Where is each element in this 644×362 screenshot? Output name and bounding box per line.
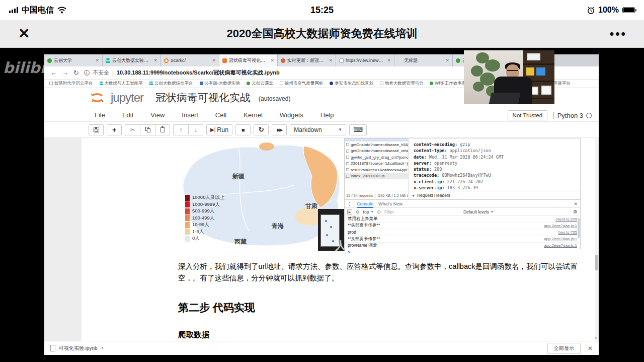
source-link[interactable]: app.2eee7daa.js:1 bbox=[544, 224, 577, 228]
menu-help[interactable]: Help bbox=[320, 111, 334, 119]
browser-tab[interactable]: 冠状病毒可视化实战 - Jupy✕ bbox=[219, 54, 278, 66]
request-checkbox[interactable] bbox=[346, 175, 349, 178]
browser-tab[interactable]: https://view.inews.qq.co✕ bbox=[336, 54, 394, 66]
request-checkbox[interactable] bbox=[346, 143, 349, 146]
eye-icon[interactable]: ⊙ bbox=[377, 209, 381, 214]
not-trusted-button[interactable]: Not Trusted bbox=[508, 110, 547, 120]
tab-close-icon[interactable]: ✕ bbox=[387, 58, 391, 63]
stop-button[interactable]: ■ bbox=[235, 124, 251, 135]
menu-edit[interactable]: Edit bbox=[122, 111, 133, 119]
tab-close-icon[interactable]: ✕ bbox=[445, 58, 449, 63]
tab-console[interactable]: Console bbox=[357, 200, 373, 208]
notebook-title[interactable]: 冠状病毒可视化实战 bbox=[155, 91, 251, 105]
source-link[interactable]: app.2eee7daa.js:1 bbox=[544, 237, 577, 241]
context-select[interactable]: top▼ bbox=[363, 209, 374, 214]
request-checkbox[interactable] bbox=[346, 150, 349, 153]
request-checkbox[interactable] bbox=[346, 168, 349, 171]
markdown-paragraph: 深入分析，我们就得到了url地址、请求方法、参数、应答格式等信息。查询参数中，c… bbox=[178, 261, 587, 284]
tab-close-icon[interactable]: ✕ bbox=[329, 58, 333, 63]
tab-close-icon[interactable]: ✕ bbox=[95, 58, 99, 63]
bookmark-item[interactable]: bd大数据与人工智能平 bbox=[100, 81, 143, 87]
copy-button[interactable] bbox=[140, 124, 155, 135]
site-info-icon[interactable]: i bbox=[84, 70, 90, 76]
bookmark-item[interactable]: 泰安市生态红线区划 bbox=[330, 81, 373, 87]
forward-icon[interactable]: → bbox=[62, 69, 68, 77]
scroll-down-icon[interactable]: ▼ bbox=[594, 337, 598, 340]
command-palette-button[interactable]: ⌨ bbox=[349, 124, 367, 135]
request-row[interactable]: gywhd_gcd_gry_drag_cnt?jsoncallbac... bbox=[345, 154, 408, 161]
cell-type-select[interactable]: Markdown▼ bbox=[290, 124, 346, 135]
browser-tab[interactable]: 云创大学✕ bbox=[44, 54, 103, 66]
restart-kernel-button[interactable]: ↻ bbox=[254, 124, 269, 135]
console-sidebar-icon[interactable]: ▶ bbox=[347, 209, 352, 214]
gear-icon[interactable]: ⚙ bbox=[573, 209, 578, 214]
close-devtools-icon[interactable]: ✕ bbox=[574, 201, 578, 206]
bookmark-item[interactable]: 智慧时代学历云平台 bbox=[49, 81, 93, 87]
request-row[interactable]: getOnsInfo?name=disease_other&ca... bbox=[345, 148, 408, 155]
clear-console-icon[interactable]: ⊘ bbox=[356, 209, 360, 214]
browser-tab[interactable]: Scarkc/✕ bbox=[161, 54, 219, 66]
show-all-downloads-button[interactable]: 全部显示 bbox=[547, 343, 581, 354]
save-button[interactable] bbox=[89, 124, 104, 135]
menu-kernel[interactable]: Kernel bbox=[244, 111, 263, 119]
tab-close-icon[interactable]: ✕ bbox=[270, 58, 274, 63]
bookmark-item[interactable]: 地表大数据管理与分 bbox=[380, 81, 424, 87]
menu-insert[interactable]: Insert bbox=[182, 111, 198, 119]
request-row[interactable]: getOnsInfo?name=disease_h5&callba... bbox=[345, 141, 408, 148]
menu-cell[interactable]: Cell bbox=[215, 111, 226, 119]
console-filter-input[interactable]: Filter bbox=[384, 209, 460, 214]
request-checkbox[interactable] bbox=[346, 156, 349, 159]
legend-swatch bbox=[185, 236, 190, 242]
scrollbar-thumb[interactable] bbox=[595, 255, 598, 270]
console-prompt[interactable]: > bbox=[345, 249, 580, 255]
request-row[interactable]: result?source=1&callback=AppPlatfor... bbox=[345, 167, 408, 173]
move-up-button[interactable]: ↑ bbox=[173, 124, 188, 135]
source-link[interactable]: bao.ts:735 bbox=[558, 230, 577, 235]
map-label-qinghai: 青海 bbox=[272, 222, 284, 231]
tab-whats-new[interactable]: What's New bbox=[378, 200, 403, 208]
legend-row: 1000-9999人 bbox=[185, 201, 224, 208]
add-cell-button[interactable]: + bbox=[107, 124, 122, 135]
request-checkbox[interactable] bbox=[346, 162, 349, 165]
cut-button[interactable]: ✂ bbox=[125, 124, 140, 135]
request-name: getOnsInfo?name=disease_other&ca... bbox=[351, 149, 408, 153]
console-scrollbar[interactable] bbox=[578, 218, 580, 238]
log-levels-select[interactable]: Default levels▼ bbox=[463, 209, 494, 214]
download-filename[interactable]: 可视化实验.ipynb bbox=[59, 345, 98, 352]
request-row[interactable]: 23011878?source=1&callback=jQuer... bbox=[345, 161, 408, 167]
kebab-menu-icon[interactable]: ⋮ bbox=[347, 201, 352, 206]
bookmark-item[interactable]: 徐州市空气质量网析 bbox=[280, 81, 324, 87]
address-bar[interactable]: i 不安全 | 10.30.188.11:9999/notebooks/Scar… bbox=[84, 69, 280, 77]
bookmark-item[interactable]: 云创云课堂 bbox=[247, 81, 273, 87]
more-icon[interactable]: ••• bbox=[610, 27, 627, 41]
bookmark-item[interactable]: 公有版-大数据实验 bbox=[200, 81, 240, 87]
browser-tab[interactable]: 无标题✕ bbox=[394, 54, 453, 66]
request-row[interactable]: index_20200103.js bbox=[345, 173, 408, 180]
tab-close-icon[interactable]: ✕ bbox=[212, 58, 216, 63]
header-value: Wed, 11 Mar 2020 06:24:24 GMT bbox=[429, 155, 504, 160]
paste-button[interactable] bbox=[155, 124, 170, 135]
menu-widgets[interactable]: Widgets bbox=[280, 111, 303, 119]
bookmark-item[interactable]: bd云创大数据综合平台 bbox=[149, 81, 193, 87]
menu-file[interactable]: File bbox=[95, 111, 105, 119]
run-button[interactable]: ▶|Run bbox=[206, 124, 232, 135]
menu-view[interactable]: View bbox=[150, 111, 165, 119]
source-link[interactable]: client.ts:229 bbox=[555, 217, 577, 222]
download-caret-icon[interactable]: ∧ bbox=[101, 346, 104, 350]
request-headers-section[interactable]: ▼ Request Headers bbox=[409, 191, 581, 199]
kernel-name[interactable]: Python 3 bbox=[557, 112, 583, 119]
reload-icon[interactable]: ↻ bbox=[73, 69, 79, 77]
back-icon[interactable]: ← bbox=[50, 69, 57, 77]
tab-close-icon[interactable]: ✕ bbox=[153, 58, 157, 63]
browser-tab[interactable]: bd云创大数据实验平台✕ bbox=[103, 54, 161, 66]
page-scrollbar[interactable]: ▼ bbox=[595, 138, 598, 341]
restart-run-all-button[interactable]: ▶▶ bbox=[272, 124, 287, 135]
close-download-bar-icon[interactable]: ✕ bbox=[588, 345, 593, 352]
browser-tab[interactable]: 实时更新：新冠肺炎疫情最✕ bbox=[278, 54, 336, 66]
move-down-button[interactable]: ↓ bbox=[188, 124, 203, 135]
console-message: prod bbox=[348, 230, 356, 235]
close-icon[interactable]: ✕ bbox=[18, 27, 30, 41]
jupyter-logo-text[interactable]: jupyter bbox=[111, 91, 143, 105]
source-link[interactable]: app.2eee7daa.js:1 bbox=[544, 243, 577, 248]
legend-label: 1000-9999人 bbox=[192, 201, 220, 208]
